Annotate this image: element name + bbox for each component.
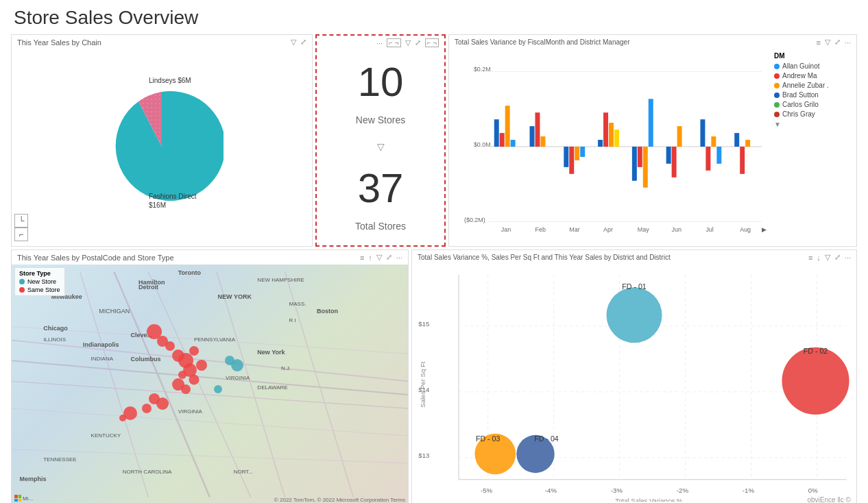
legend-item-0: Allan Guinot xyxy=(774,62,851,70)
pie-filter-icon[interactable]: ▽ xyxy=(291,38,296,47)
svg-text:-2%: -2% xyxy=(677,487,689,494)
kpi-expand-brackets[interactable]: ⌐ ¬ xyxy=(387,38,400,47)
bubble-fd01[interactable] xyxy=(606,287,662,343)
tile-pie-chart: This Year Sales by Chain ▽ ⤢ xyxy=(11,34,313,247)
legend-item-2: Annelie Zubar . xyxy=(774,82,851,89)
pie-label-lindseys: Lindseys $6M xyxy=(149,77,191,84)
pie-expand-icon[interactable]: ⤢ xyxy=(300,38,306,47)
kpi-expand2-icon[interactable]: ⤢ xyxy=(415,38,421,47)
legend-scroll-down[interactable]: ▼ xyxy=(774,121,851,128)
legend-label-1: Andrew Ma xyxy=(782,72,817,79)
kpi-more-icon[interactable]: ··· xyxy=(376,39,383,47)
bar-more2-icon[interactable]: ··· xyxy=(845,38,851,47)
tile-bar-chart: Total Sales Variance by FiscalMonth and … xyxy=(448,34,857,247)
tile-bubble-chart: Total Sales Variance %, Sales Per Sq Ft … xyxy=(411,249,857,503)
map-tile-header: This Year Sales by PostalCode and Store … xyxy=(12,250,408,265)
bubble-filter-icon[interactable]: ▽ xyxy=(825,253,830,262)
new-stores-label: New Stores xyxy=(356,114,405,125)
svg-rect-17 xyxy=(580,147,585,157)
svg-rect-35 xyxy=(745,140,750,147)
svg-rect-11 xyxy=(530,126,535,147)
legend-dot-0 xyxy=(774,64,780,69)
bubble-down-icon[interactable]: ↓ xyxy=(817,254,821,262)
map-label-indianapolis: Indianapolis xyxy=(83,341,119,348)
svg-text:Jul: Jul xyxy=(706,226,713,233)
bubble-fd02[interactable] xyxy=(782,347,849,415)
map-more2-icon[interactable]: ··· xyxy=(396,254,402,262)
resize-handle-bl[interactable]: ⌐ xyxy=(14,228,28,241)
ms-logo-squares xyxy=(14,495,21,502)
svg-rect-13 xyxy=(540,136,545,147)
map-label-northcarolina2: NORT... xyxy=(234,469,253,475)
bubble-more-icon[interactable]: ≡ xyxy=(808,254,812,262)
svg-line-52 xyxy=(12,408,408,436)
bar-chart-svg: $0.2M $0.0M ($0.2M) xyxy=(455,52,769,241)
map-label-boston: Boston xyxy=(317,308,338,315)
svg-text:▶: ▶ xyxy=(762,226,767,233)
total-stores-label: Total Stores xyxy=(355,221,406,232)
kpi-filter-icon[interactable]: ▽ xyxy=(405,38,411,47)
ms-text: Mi... xyxy=(23,495,33,502)
bubble-tile-header: Total Sales Variance %, Sales Per Sq Ft … xyxy=(412,250,856,265)
map-label-indiana: INDIANA xyxy=(91,356,113,362)
map-label-illinois: ILLINOIS xyxy=(43,336,66,343)
legend-dot-4 xyxy=(774,102,780,108)
svg-text:May: May xyxy=(638,226,649,233)
dashboard: Store Sales Overview This Year Sales by … xyxy=(0,0,868,503)
map-label-virginia2: VIRGINIA xyxy=(178,408,202,415)
svg-rect-32 xyxy=(716,147,721,164)
svg-line-48 xyxy=(148,272,250,498)
ms-logo: Mi... xyxy=(14,495,33,502)
svg-line-47 xyxy=(80,272,149,498)
kpi-expand-brackets2[interactable]: ⌐ ¬ xyxy=(425,38,439,47)
svg-rect-20 xyxy=(609,123,614,147)
svg-text:Jan: Jan xyxy=(501,226,511,233)
pie-tile-actions: ▽ ⤢ xyxy=(291,38,306,47)
store-dot-new-2 xyxy=(231,359,243,371)
map-legend-label-new: New Store xyxy=(27,278,56,285)
bar-tile-actions: ≡ ▽ ⤢ ··· xyxy=(816,38,851,47)
bar-expand-icon[interactable]: ⤢ xyxy=(834,38,841,47)
map-label-ri: R I xyxy=(289,317,296,323)
map-more-icon[interactable]: ≡ xyxy=(360,254,364,262)
ms-sq1 xyxy=(14,495,18,498)
map-expand-icon[interactable]: ⤢ xyxy=(386,253,392,262)
legend-dot-1 xyxy=(774,73,780,79)
dashboard-body: This Year Sales by Chain ▽ ⤢ xyxy=(11,34,857,503)
svg-text:$0.2M: $0.2M xyxy=(474,66,491,73)
svg-text:-3%: -3% xyxy=(611,487,623,494)
bar-chart-main: $0.2M $0.0M ($0.2M) xyxy=(455,52,769,241)
map-container[interactable]: Milwaukee Chicago MICHIGAN Detroit Hamil… xyxy=(12,265,408,503)
resize-handle-bl2[interactable]: └ xyxy=(14,214,28,228)
bar-filter-icon[interactable]: ▽ xyxy=(825,38,830,47)
svg-line-45 xyxy=(12,340,408,381)
pie-slice-fashions[interactable] xyxy=(116,91,224,201)
svg-text:-1%: -1% xyxy=(743,487,755,494)
tile-kpi: ··· ⌐ ¬ ▽ ⤢ ⌐ ¬ 10 New Stores ▽ 37 Total… xyxy=(315,34,446,247)
bubble-more2-icon[interactable]: ··· xyxy=(845,254,851,262)
svg-rect-15 xyxy=(569,147,574,174)
svg-rect-34 xyxy=(740,147,745,174)
map-legend-same-store: Same Store xyxy=(19,286,60,293)
bar-more-icon[interactable]: ≡ xyxy=(816,38,820,47)
legend-title: DM xyxy=(774,52,851,60)
svg-text:FD - 04: FD - 04 xyxy=(534,434,559,443)
svg-rect-16 xyxy=(575,147,579,160)
map-filter-icon[interactable]: ▽ xyxy=(376,253,382,262)
tile-map: This Year Sales by PostalCode and Store … xyxy=(11,249,409,503)
map-label-mass: MASS. xyxy=(289,301,306,307)
map-up-icon[interactable]: ↑ xyxy=(368,254,372,262)
map-label-toronto: Toronto xyxy=(178,269,201,276)
map-legend-title: Store Type xyxy=(19,270,60,277)
map-label-memphis: Memphis xyxy=(20,476,47,482)
map-legend: Store Type New Store Same Store xyxy=(14,267,65,296)
bubble-expand-icon[interactable]: ⤢ xyxy=(834,253,841,262)
svg-rect-30 xyxy=(706,147,710,171)
map-label-chicago: Chicago xyxy=(43,325,68,332)
bot-row: This Year Sales by PostalCode and Store … xyxy=(11,249,857,503)
bubble-tile-actions: ≡ ↓ ▽ ⤢ ··· xyxy=(808,253,851,262)
legend-dot-3 xyxy=(774,93,780,98)
map-label-tennessee: TENNESSEE xyxy=(43,456,76,463)
map-label-virginia: VIRGINIA xyxy=(226,375,250,381)
svg-text:Aug: Aug xyxy=(740,226,751,233)
